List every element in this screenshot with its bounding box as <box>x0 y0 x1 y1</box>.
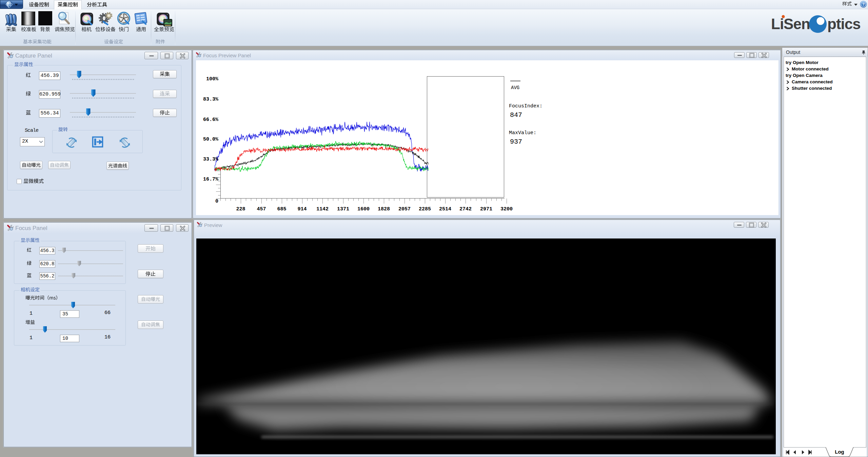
svg-text:Log: Log <box>835 449 844 455</box>
svg-text:ptics: ptics <box>827 16 861 32</box>
svg-text:LiSen: LiSen <box>771 16 810 32</box>
svg-text:?: ? <box>862 2 865 7</box>
